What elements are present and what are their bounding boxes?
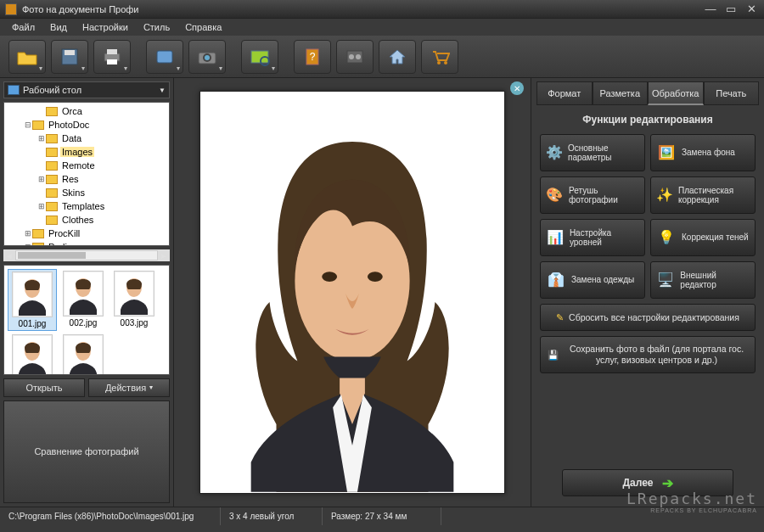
tab-3[interactable]: Печать — [704, 81, 760, 105]
tree-item[interactable]: ⊞Proling — [6, 240, 167, 246]
svg-point-17 — [444, 61, 447, 64]
tree-item[interactable]: Remote — [6, 159, 167, 172]
thumbnail-item[interactable]: 001.jpg — [8, 269, 57, 331]
svg-point-31 — [368, 272, 383, 282]
maximize-button[interactable]: ▭ — [723, 3, 739, 15]
wand-icon: ✨ — [656, 185, 673, 205]
tree-item[interactable]: ⊞Templates — [6, 199, 167, 213]
next-button[interactable]: Далее ➔ — [562, 469, 733, 496]
left-panel: Рабочий стол ▼ Orca⊟PhotoDoc⊞DataImagesR… — [0, 78, 174, 507]
tree-item[interactable]: ⊟PhotoDoc — [6, 118, 167, 132]
reset-label: Сбросить все настройки редактирования — [569, 312, 739, 322]
video-button[interactable] — [336, 40, 374, 74]
svg-point-30 — [322, 272, 337, 282]
cart-button[interactable] — [421, 40, 458, 74]
next-label: Далее — [622, 477, 653, 489]
actions-button[interactable]: Действия — [88, 378, 170, 397]
right-tabs: ФорматРазметкаОбработкаПечать — [536, 81, 759, 105]
menu-файл[interactable]: Файл — [5, 20, 42, 34]
help-button[interactable]: ? — [294, 40, 331, 74]
acquire-button[interactable] — [146, 40, 183, 74]
thumbnail-grid: 001.jpg002.jpg003.jpg6.jpg9.jpg — [3, 265, 170, 375]
tree-item[interactable]: ⊞ProcKill — [6, 227, 167, 240]
thumbnail-item[interactable]: 002.jpg — [59, 269, 108, 331]
compare-button[interactable]: Сравнение фотографий — [3, 400, 170, 504]
gear-icon: ⚙️ — [546, 143, 563, 163]
folder-tree[interactable]: Orca⊟PhotoDoc⊞DataImagesRemote⊞ResSkins⊞… — [3, 102, 170, 246]
reset-edits-button[interactable]: ✎ Сбросить все настройки редактирования — [540, 304, 756, 331]
func-button[interactable]: 🖼️Замена фона — [650, 134, 756, 171]
palette-icon: 🎨 — [546, 185, 564, 205]
svg-point-14 — [349, 54, 354, 59]
window-title: Фото на документы Профи — [22, 4, 703, 14]
func-button[interactable]: ⚙️Основные параметры — [540, 134, 645, 171]
func-button[interactable]: 👔Замена одежды — [540, 261, 645, 299]
svg-rect-3 — [107, 49, 117, 54]
save-file-button[interactable]: 💾 Сохранить фото в файл (для портала гос… — [540, 336, 756, 373]
thumbnail-item[interactable]: 9.jpg — [59, 333, 108, 375]
external-icon: 🖥️ — [656, 270, 675, 290]
func-button[interactable]: 🎨Ретушь фотографии — [540, 176, 645, 214]
arrow-right-icon: ➔ — [662, 475, 673, 491]
close-preview-button[interactable]: ✕ — [510, 81, 524, 95]
lightbulb-icon: 💡 — [656, 227, 677, 248]
open-button[interactable]: Открыть — [3, 378, 85, 397]
background-icon: 🖼️ — [656, 143, 677, 163]
status-crop: 3 x 4 левый угол — [221, 507, 323, 525]
thumbnail-item[interactable]: 003.jpg — [110, 269, 159, 331]
tree-item[interactable]: Orca — [6, 104, 167, 118]
svg-rect-4 — [107, 59, 117, 64]
panel-title: Функции редактирования — [536, 114, 759, 126]
menu-стиль[interactable]: Стиль — [137, 20, 177, 34]
minimize-button[interactable]: — — [703, 3, 718, 15]
toolbar: ? — [0, 36, 764, 78]
svg-text:?: ? — [310, 51, 316, 63]
menu-вид[interactable]: Вид — [43, 20, 74, 34]
svg-point-8 — [205, 55, 210, 60]
levels-icon: 📊 — [546, 227, 565, 248]
tab-1[interactable]: Разметка — [593, 81, 649, 105]
clothing-icon: 👔 — [546, 270, 566, 290]
close-button[interactable]: ✕ — [744, 3, 759, 15]
func-button[interactable]: 🖥️Внешний редактор — [650, 261, 756, 299]
status-path: C:\Program Files (x86)\PhotoDoc\Images\0… — [0, 507, 221, 525]
titlebar: Фото на документы Профи — ▭ ✕ — [0, 0, 764, 19]
tab-0[interactable]: Формат — [536, 81, 593, 105]
app-icon — [5, 3, 17, 15]
path-label: Рабочий стол — [23, 85, 81, 95]
camera-button[interactable] — [188, 40, 226, 74]
tree-scrollbar[interactable]: ◂ ▸ — [3, 249, 170, 261]
photo-preview — [199, 91, 505, 494]
func-button[interactable]: 💡Коррекция теней — [650, 219, 756, 256]
open-folder-button[interactable] — [8, 40, 46, 74]
tree-item[interactable]: Images — [6, 145, 167, 159]
preview-button[interactable] — [241, 40, 278, 74]
home-button[interactable] — [379, 40, 416, 74]
svg-rect-1 — [65, 50, 75, 55]
right-panel: ФорматРазметкаОбработкаПечать Функции ре… — [531, 78, 764, 507]
tab-2[interactable]: Обработка — [648, 81, 704, 105]
tree-item[interactable]: ⊞Data — [6, 132, 167, 145]
func-button[interactable]: ✨Пластическая коррекция — [650, 176, 756, 214]
func-button[interactable]: 📊Настройка уровней — [540, 219, 645, 256]
tree-item[interactable]: Skins — [6, 186, 167, 199]
path-combo[interactable]: Рабочий стол ▼ — [3, 81, 170, 98]
save-button[interactable] — [51, 40, 88, 74]
thumbnail-item[interactable]: 6.jpg — [8, 333, 57, 375]
menu-настройки[interactable]: Настройки — [76, 20, 135, 34]
preview-area: ✕ — [174, 78, 531, 507]
svg-point-16 — [437, 61, 441, 64]
svg-rect-5 — [157, 51, 172, 63]
tree-item[interactable]: ⊞Res — [6, 172, 167, 186]
menubar: ФайлВидНастройкиСтильСправка — [0, 19, 764, 36]
menu-справка[interactable]: Справка — [178, 20, 228, 34]
svg-point-15 — [356, 54, 361, 59]
save-label: Сохранить фото в файл (для портала гос. … — [565, 344, 748, 365]
print-button[interactable] — [93, 40, 131, 74]
status-size: Размер: 27 x 34 мм — [323, 507, 441, 525]
statusbar: C:\Program Files (x86)\PhotoDoc\Images\0… — [0, 507, 764, 525]
tree-item[interactable]: Clothes — [6, 213, 167, 227]
desktop-icon — [8, 85, 20, 95]
